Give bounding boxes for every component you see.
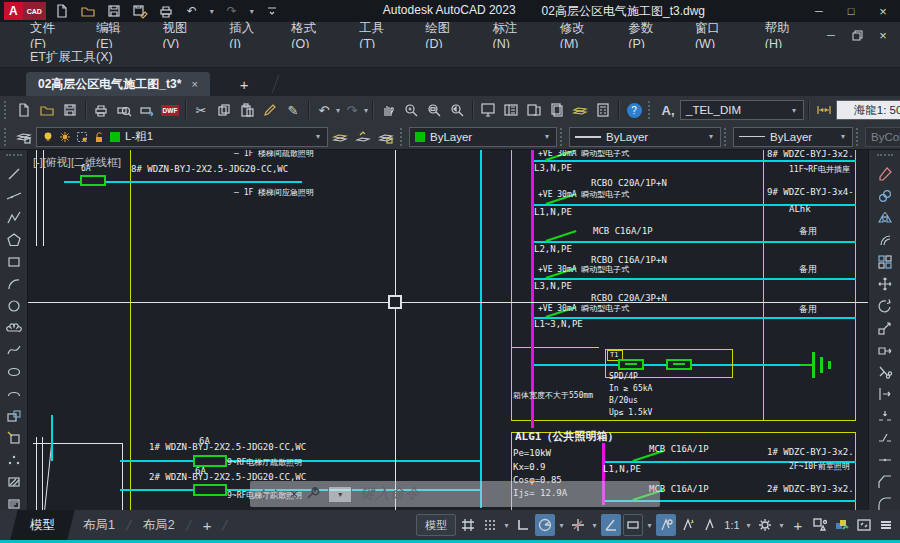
redo-icon[interactable]: ↷ bbox=[222, 2, 242, 20]
move-icon[interactable] bbox=[875, 274, 895, 293]
trim-icon[interactable] bbox=[875, 362, 895, 381]
model-paper-toggle[interactable]: 模型 bbox=[416, 514, 456, 536]
plot-icon[interactable] bbox=[90, 99, 112, 121]
command-customize-icon[interactable] bbox=[306, 486, 320, 503]
revision-cloud-icon[interactable] bbox=[4, 318, 24, 337]
layer-properties-icon[interactable] bbox=[13, 126, 35, 148]
spline-icon[interactable] bbox=[4, 340, 24, 359]
make-layer-current-icon[interactable] bbox=[329, 126, 351, 148]
undo-caret-icon[interactable]: ▾ bbox=[208, 7, 216, 16]
designcenter-icon[interactable] bbox=[500, 99, 522, 121]
minimize-button[interactable]: ─ bbox=[806, 2, 832, 20]
maximize-button[interactable]: □ bbox=[838, 2, 864, 20]
menu-format[interactable]: 格式(O) bbox=[277, 20, 345, 51]
clean-screen-icon[interactable] bbox=[854, 514, 874, 536]
close-button[interactable]: × bbox=[870, 2, 896, 20]
customization-plus-icon[interactable]: + bbox=[788, 514, 808, 536]
graphics-performance-icon[interactable] bbox=[832, 514, 852, 536]
chamfer-icon[interactable] bbox=[875, 472, 895, 491]
extend-icon[interactable] bbox=[875, 384, 895, 403]
tab-model[interactable]: 模型 bbox=[10, 510, 74, 540]
sheet-set-manager-icon[interactable] bbox=[546, 99, 568, 121]
stretch-icon[interactable] bbox=[875, 340, 895, 359]
markup-import-icon[interactable] bbox=[569, 99, 591, 121]
save-as-icon[interactable] bbox=[130, 2, 150, 20]
menu-help[interactable]: 帮助(H) bbox=[751, 20, 818, 51]
pan-icon[interactable] bbox=[377, 99, 399, 121]
toolbar-grip[interactable] bbox=[856, 128, 860, 146]
layer-states-icon[interactable] bbox=[375, 126, 397, 148]
ellipse-icon[interactable] bbox=[4, 362, 24, 381]
publish-icon[interactable] bbox=[136, 99, 158, 121]
command-line[interactable]: ⋮⋮ × ▾ 键入命令 bbox=[250, 481, 660, 507]
workspace-gear-icon[interactable] bbox=[755, 514, 775, 536]
tab-close-icon[interactable]: × bbox=[191, 78, 197, 90]
save-icon[interactable] bbox=[59, 99, 81, 121]
drawing-canvas[interactable]: [-][俯视][二维线框] — 1F 楼梯间疏散照明 8# WDZN-BYJ-2… bbox=[0, 150, 900, 510]
polar-tracking-toggle-icon[interactable] bbox=[535, 514, 555, 536]
qat-customize-icon[interactable] bbox=[262, 2, 282, 20]
tab-layout1[interactable]: 布局1 bbox=[71, 517, 127, 534]
tool-palettes-icon[interactable] bbox=[523, 99, 545, 121]
polyline-icon[interactable] bbox=[4, 208, 24, 227]
undo-icon[interactable]: ↶ bbox=[182, 2, 202, 20]
toolbar-grip[interactable] bbox=[648, 101, 652, 119]
annotation-visibility-icon[interactable] bbox=[656, 514, 676, 536]
block-editor-icon[interactable]: ✎ bbox=[282, 99, 304, 121]
zoom-realtime-icon[interactable] bbox=[400, 99, 422, 121]
text-style-select[interactable]: _TEL_DIM ▾ bbox=[680, 100, 804, 120]
line-icon[interactable] bbox=[4, 164, 24, 183]
dim-style-select[interactable]: 海龍1: 50 bbox=[836, 100, 900, 120]
menu-dimension[interactable]: 标注(N) bbox=[478, 20, 545, 51]
new-tab-button[interactable]: + bbox=[232, 72, 257, 96]
plot-icon[interactable] bbox=[156, 2, 176, 20]
zoom-window-icon[interactable] bbox=[423, 99, 445, 121]
snap-caret-icon[interactable]: ▾ bbox=[502, 521, 511, 530]
polar-caret-icon[interactable]: ▾ bbox=[557, 521, 566, 530]
app-logo[interactable]: A CAD bbox=[4, 2, 46, 20]
fillet-icon[interactable] bbox=[875, 494, 895, 510]
paste-icon[interactable] bbox=[236, 99, 258, 121]
object-snap-toggle-icon[interactable] bbox=[601, 514, 621, 536]
menu-parametric[interactable]: 参数(P) bbox=[614, 20, 681, 51]
menu-draw[interactable]: 绘图(D) bbox=[411, 20, 478, 51]
redo-caret-icon[interactable]: ▾ bbox=[248, 7, 256, 16]
copy-icon[interactable] bbox=[213, 99, 235, 121]
qnew-icon[interactable] bbox=[13, 99, 35, 121]
object-color-select[interactable]: ByLayer ▾ bbox=[409, 127, 557, 147]
dim-style-icon[interactable] bbox=[813, 99, 835, 121]
redo-caret-icon[interactable]: ▾ bbox=[364, 106, 368, 115]
toolbar-grip[interactable] bbox=[560, 128, 564, 146]
menu-view[interactable]: 视图(V) bbox=[149, 20, 216, 51]
toolbar-grip[interactable] bbox=[4, 101, 8, 119]
dwf-icon[interactable]: DWF bbox=[159, 99, 181, 121]
open-icon[interactable] bbox=[78, 2, 98, 20]
undo-caret-icon[interactable]: ▾ bbox=[336, 106, 340, 115]
circle-icon[interactable] bbox=[4, 296, 24, 315]
new-layout-button[interactable]: + bbox=[191, 517, 224, 534]
menu-edit[interactable]: 编辑(E) bbox=[82, 20, 149, 51]
zoom-previous-icon[interactable] bbox=[446, 99, 468, 121]
customization-menu-icon[interactable] bbox=[876, 514, 896, 536]
toolbar-grip[interactable] bbox=[6, 154, 22, 159]
scale-icon[interactable] bbox=[875, 318, 895, 337]
layer-select[interactable]: L-粗1 ▾ bbox=[36, 127, 328, 147]
scale-caret-icon[interactable]: ▾ bbox=[744, 521, 753, 530]
menu-et-tools[interactable]: ET扩展工具(X) bbox=[16, 49, 127, 66]
doc-close-button[interactable]: × bbox=[870, 27, 896, 43]
toolbar-grip[interactable] bbox=[877, 154, 893, 159]
isolate-objects-icon[interactable] bbox=[810, 514, 830, 536]
save-icon[interactable] bbox=[104, 2, 124, 20]
doc-restore-button[interactable] bbox=[844, 27, 870, 43]
make-block-icon[interactable] bbox=[4, 428, 24, 447]
menu-modify[interactable]: 修改(M) bbox=[546, 20, 615, 51]
toolbar-grip[interactable] bbox=[724, 128, 728, 146]
mirror-icon[interactable] bbox=[875, 208, 895, 227]
object-snap-tracking-toggle-icon[interactable] bbox=[568, 514, 588, 536]
undo-icon[interactable]: ↶ bbox=[313, 99, 335, 121]
grid-toggle-icon[interactable] bbox=[458, 514, 478, 536]
document-tab[interactable]: 02高层公区电气施工图_t3* × bbox=[26, 72, 210, 96]
command-close-icon[interactable]: × bbox=[290, 486, 298, 502]
menu-tools[interactable]: 工具(T) bbox=[345, 20, 411, 51]
offset-icon[interactable] bbox=[875, 230, 895, 249]
